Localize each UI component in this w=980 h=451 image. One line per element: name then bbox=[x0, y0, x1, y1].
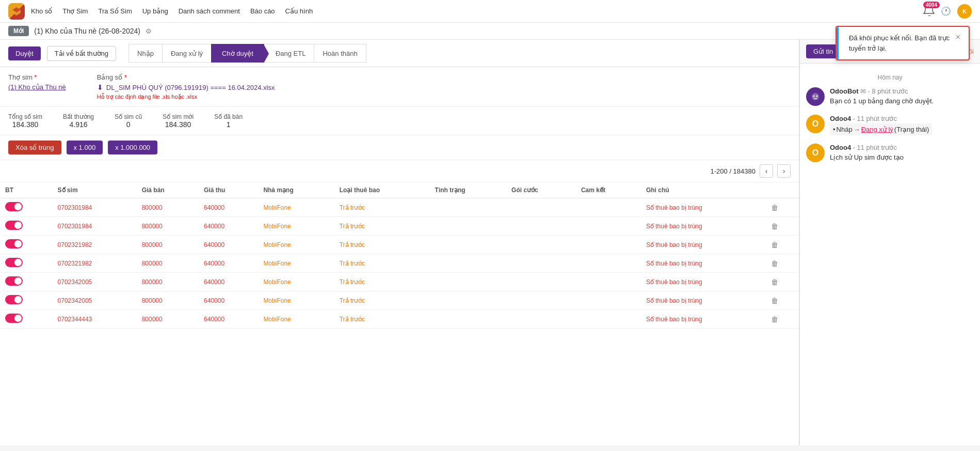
cell-nha_mang-5: MobiFone bbox=[258, 291, 334, 310]
status-from: Nháp bbox=[837, 125, 853, 135]
toggle-bt-1[interactable] bbox=[5, 221, 23, 230]
sub-header: Mới (1) Kho của Thu nè (26-08-2024) ⚙ bbox=[0, 23, 980, 40]
delete-btn-0[interactable]: 🗑 bbox=[771, 204, 778, 212]
nav-danh-sach-comment[interactable]: Danh sách comment bbox=[179, 5, 240, 17]
cell-gia_ban-5: 800000 bbox=[137, 291, 199, 310]
step-tabs: Nhập Đang xử lý Chờ duyệt Đang ETL Hoàn … bbox=[128, 44, 366, 63]
cell-ghi-chu-0: Số thuê bao bị trùng bbox=[641, 198, 766, 217]
tab-cho-duyet[interactable]: Chờ duyệt bbox=[211, 44, 264, 63]
toast-bar bbox=[837, 27, 839, 59]
cell-cam_ket-6 bbox=[576, 310, 641, 329]
delete-btn-2[interactable]: 🗑 bbox=[771, 241, 778, 249]
nav-tho-sim[interactable]: Thợ Sim bbox=[62, 5, 88, 17]
clock-icon[interactable]: 🕐 bbox=[941, 6, 951, 16]
delete-btn-5[interactable]: 🗑 bbox=[771, 297, 778, 305]
bang-so-file[interactable]: DL_SIM PHÚ QUÝ (0796.191919) ==== 16.04.… bbox=[106, 84, 275, 91]
cell-cam_ket-0 bbox=[576, 198, 641, 217]
bang-so-hint: Hỗ trợ các định dạng file .xls hoặc .xls… bbox=[97, 94, 275, 100]
chat-message-0: OdooBot ✉ - 8 phút trước Bạn có 1 up bản… bbox=[806, 87, 974, 106]
cell-tinh_trang-6 bbox=[430, 310, 507, 329]
cell-tinh_trang-1 bbox=[430, 217, 507, 236]
delete-btn-3[interactable]: 🗑 bbox=[771, 259, 778, 268]
main-layout: Duyệt Tải về bất thường Nhập Đang xử lý … bbox=[0, 40, 980, 445]
cell-gia_thu-0: 640000 bbox=[199, 198, 258, 217]
cell-so_sim-6: 0702344443 bbox=[53, 310, 137, 329]
nav-cau-hinh[interactable]: Cấu hình bbox=[285, 5, 313, 17]
toggle-bt-5[interactable] bbox=[5, 295, 23, 304]
stat-bat-thuong: Bất thường 4.916 bbox=[63, 113, 94, 129]
page-title: (1) Kho của Thu nè (26-08-2024) bbox=[34, 27, 140, 35]
toggle-bt-2[interactable] bbox=[5, 239, 23, 248]
notification-button[interactable]: 4004 bbox=[923, 5, 935, 18]
odoo4-body-2: Lịch sử Up sim được tạo bbox=[830, 152, 974, 163]
toggle-bt-3[interactable] bbox=[5, 258, 23, 267]
cell-loai_thue_bao-5: Trả trước bbox=[334, 291, 430, 310]
bang-so-group: Bảng số * ⬇ DL_SIM PHÚ QUÝ (0796.191919)… bbox=[97, 73, 275, 100]
cell-gia_thu-5: 640000 bbox=[199, 291, 258, 310]
app-logo bbox=[8, 3, 25, 20]
bang-so-required: * bbox=[124, 73, 127, 81]
cell-cam_ket-1 bbox=[576, 217, 641, 236]
cell-cam_ket-4 bbox=[576, 273, 641, 291]
settings-icon[interactable]: ⚙ bbox=[146, 27, 152, 35]
chat-date: Hôm nay bbox=[806, 74, 974, 81]
cell-tinh_trang-4 bbox=[430, 273, 507, 291]
bat-thuong-label: Bất thường bbox=[63, 113, 94, 120]
tab-dang-etl[interactable]: Đang ETL bbox=[264, 44, 315, 63]
btn-duyet[interactable]: Duyệt bbox=[8, 46, 41, 60]
tho-sim-value[interactable]: (1) Kho của Thu nè bbox=[8, 83, 66, 91]
toggle-bt-4[interactable] bbox=[5, 276, 23, 286]
so-sim-moi-label: Số sim mới bbox=[163, 113, 194, 120]
tong-so-sim-value: 184.380 bbox=[12, 120, 39, 129]
so-da-ban-label: Số đã bán bbox=[214, 113, 243, 120]
cell-gia_thu-3: 640000 bbox=[199, 254, 258, 273]
arrow-icon: → bbox=[854, 125, 860, 135]
col-gia-thu: Giá thu bbox=[199, 182, 258, 198]
cell-gia_ban-4: 800000 bbox=[137, 273, 199, 291]
toast-close-btn[interactable]: × bbox=[956, 33, 960, 41]
chat-message-2: O Odoo4 - 11 phút trước Lịch sử Up sim đ… bbox=[806, 144, 974, 163]
cell-delete-2: 🗑 bbox=[766, 236, 799, 254]
btn-x1000[interactable]: x 1.000 bbox=[67, 141, 103, 154]
col-ghi-chu: Ghi chú bbox=[641, 182, 766, 198]
odoo4-body-1: • Nháp → Đang xử lý (Trạng thái) bbox=[830, 123, 974, 136]
odoo4-message-1: Odoo4 - 11 phút trước • Nháp → Đang xử l… bbox=[830, 115, 974, 136]
tab-hoan-thanh[interactable]: Hoàn thành bbox=[314, 44, 366, 63]
delete-btn-1[interactable]: 🗑 bbox=[771, 222, 778, 230]
delete-btn-6[interactable]: 🗑 bbox=[771, 315, 778, 323]
user-avatar[interactable]: K bbox=[957, 4, 972, 19]
stats-row: Tổng số sim 184.380 Bất thường 4.916 Số … bbox=[0, 107, 799, 135]
btn-tai-ve-bat-thuong[interactable]: Tải về bất thường bbox=[47, 46, 116, 61]
nav-up-bang[interactable]: Up bảng bbox=[142, 5, 168, 17]
cell-so_sim-1: 0702301984 bbox=[53, 217, 137, 236]
pagination-next[interactable]: › bbox=[777, 164, 791, 178]
nav-kho-so[interactable]: Kho số bbox=[31, 5, 52, 17]
table-container: BT Số sim Giá bán Giá thu Nhà mạng Loại … bbox=[0, 182, 799, 329]
toggle-bt-0[interactable] bbox=[5, 202, 23, 211]
data-table: BT Số sim Giá bán Giá thu Nhà mạng Loại … bbox=[0, 182, 799, 329]
delete-btn-4[interactable]: 🗑 bbox=[771, 278, 778, 286]
cell-gia_thu-1: 640000 bbox=[199, 217, 258, 236]
cell-nha_mang-0: MobiFone bbox=[258, 198, 334, 217]
btn-xoa-so-trung[interactable]: Xóa số trùng bbox=[8, 141, 61, 154]
cell-gia_ban-1: 800000 bbox=[137, 217, 199, 236]
nav-bao-cao[interactable]: Báo cáo bbox=[250, 5, 275, 17]
nav-tra-so-sim[interactable]: Tra Số Sim bbox=[98, 5, 132, 17]
btn-x1000000[interactable]: x 1.000.000 bbox=[108, 141, 157, 154]
pagination-prev[interactable]: ‹ bbox=[760, 164, 773, 178]
so-da-ban-value: 1 bbox=[227, 120, 231, 129]
tab-nhap[interactable]: Nhập bbox=[128, 44, 162, 63]
cell-gia_ban-6: 800000 bbox=[137, 310, 199, 329]
cell-delete-4: 🗑 bbox=[766, 273, 799, 291]
odoo4-time-1: - 11 phút trước bbox=[853, 115, 897, 122]
odoobot-body: Bạn có 1 up bảng đang chờ duyệt. bbox=[830, 96, 974, 106]
col-tinh-trang: Tình trạng bbox=[430, 182, 507, 198]
stat-so-da-ban: Số đã bán 1 bbox=[214, 113, 243, 129]
tab-dang-xu-ly[interactable]: Đang xử lý bbox=[162, 44, 211, 63]
col-loai-thue-bao: Loại thuê bao bbox=[334, 182, 430, 198]
cell-nha_mang-1: MobiFone bbox=[258, 217, 334, 236]
status-to[interactable]: Đang xử lý bbox=[861, 125, 893, 135]
status-bullet: • bbox=[833, 125, 836, 135]
so-sim-cu-label: Số sim cũ bbox=[115, 113, 142, 120]
toggle-bt-6[interactable] bbox=[5, 314, 23, 323]
